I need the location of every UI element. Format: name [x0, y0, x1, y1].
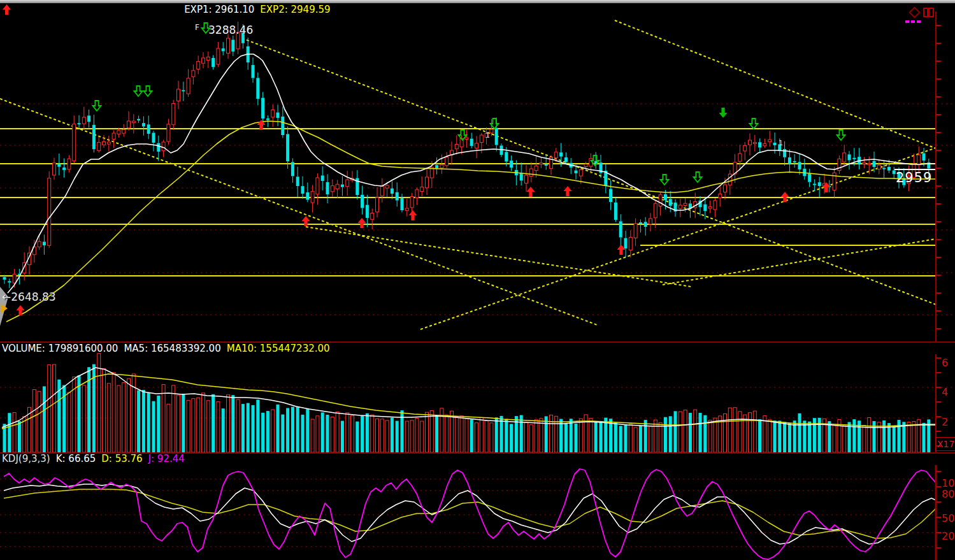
- current-price-label: 2959: [896, 170, 932, 185]
- axis-scale-label: 6: [942, 357, 948, 369]
- exp1-value: EXP1: 2961.10: [184, 4, 254, 15]
- main-chart-header: 上证指数(日线.前复权) EXPMA(12,50) EXP1: 2961.10 …: [3, 4, 331, 15]
- kdj-k-line: [4, 484, 936, 544]
- chart-canvas[interactable]: F11: [0, 0, 955, 560]
- diamond-icon[interactable]: [910, 8, 920, 18]
- sell-down-arrow-solid-marker: [719, 108, 728, 118]
- window-top-edge: [0, 0, 955, 3]
- axis-scale-label: 50: [942, 512, 954, 524]
- more-dots-icon[interactable]: [905, 20, 921, 23]
- buy-up-arrow-marker: [527, 187, 535, 197]
- buy-up-arrow-marker: [358, 218, 366, 228]
- buy-up-arrow-marker: [564, 186, 572, 196]
- sell-down-arrow-marker: [750, 118, 758, 129]
- sell-down-arrow-marker: [837, 130, 845, 140]
- axis-scale-label: 2: [942, 416, 948, 428]
- volume-value: VOLUME: 179891600.00: [2, 343, 118, 354]
- axis-scale-label: 80: [942, 488, 954, 500]
- sell-down-arrow-marker: [144, 86, 152, 96]
- symbol-title: 上证指数(日线.前复权): [3, 4, 99, 15]
- axis-scale-label: 20: [942, 530, 954, 542]
- sell-down-arrow-marker: [93, 101, 101, 111]
- kdj-indicator-name: KDJ(9,3,3): [2, 454, 50, 464]
- exp2-value: EXP2: 2949.59: [260, 4, 330, 15]
- volume-ma10-value: MA10: 155447232.00: [227, 343, 330, 354]
- sell-down-arrow-marker: [134, 86, 143, 96]
- kdj-j-line: [4, 469, 936, 559]
- chart-application-window: F11 上证指数(日线.前复权) EXPMA(12,50) EXP1: 2961…: [0, 0, 955, 560]
- kdj-panel[interactable]: [0, 465, 941, 560]
- event-number-marker: 1: [485, 131, 490, 140]
- volume-unit-badge: X17: [935, 437, 955, 451]
- flag-marker: F: [195, 23, 199, 32]
- axis-scale-label: 4: [942, 386, 948, 398]
- sell-down-arrow-marker: [694, 172, 702, 182]
- restore-window-icon[interactable]: [924, 8, 933, 17]
- kdj-header: KDJ(9,3,3) K: 66.65 D: 53.76 J: 92.44: [2, 454, 185, 464]
- volume-header: VOLUME: 179891600.00 MA5: 165483392.00 M…: [2, 343, 330, 354]
- indicator-name: EXPMA(12,50): [110, 4, 178, 15]
- main-price-panel[interactable]: F11: [0, 11, 955, 341]
- exp1-ma-line: [8, 54, 936, 293]
- sell-down-arrow-marker: [661, 175, 669, 185]
- candlesticks: [3, 22, 931, 288]
- kdj-j-value: J: 92.44: [148, 454, 185, 464]
- event-number-marker: 1: [779, 139, 783, 147]
- volume-bars: [3, 354, 931, 452]
- low-price-label: ←2648.83: [2, 291, 56, 303]
- volume-panel[interactable]: [0, 354, 955, 452]
- kdj-k-value: K: 66.65: [56, 454, 96, 464]
- kdj-d-line: [4, 489, 936, 538]
- titlebar-icons: [903, 5, 948, 24]
- peak-price-label: 3288.46: [208, 24, 253, 36]
- volume-ma5-value: MA5: 165483392.00: [124, 343, 220, 354]
- buy-up-arrow-marker: [409, 210, 417, 220]
- kdj-d-value: D: 53.76: [101, 454, 142, 464]
